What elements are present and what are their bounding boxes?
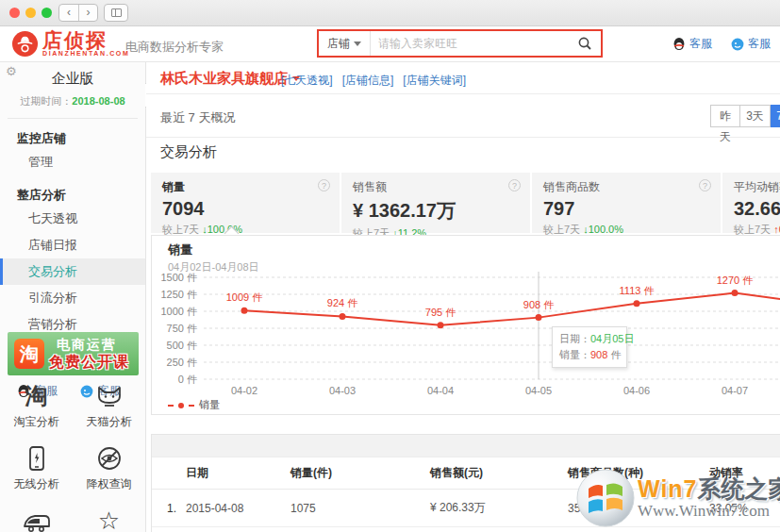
search-button[interactable] <box>569 31 601 56</box>
overview-bar: 最近 7 天概况 昨天 3天 7天 <box>146 94 780 138</box>
zoom-window-button[interactable] <box>41 8 52 18</box>
data-point[interactable] <box>241 308 248 314</box>
x-axis-tick: 04-06 <box>623 385 650 396</box>
taobao-icon: 淘 <box>25 381 48 409</box>
qq-icon <box>672 37 686 51</box>
minimize-window-button[interactable] <box>25 8 36 18</box>
search-input[interactable] <box>371 31 569 56</box>
shop-name-dropdown[interactable]: 林氏木业家具旗舰店 <box>160 70 300 88</box>
data-point[interactable] <box>634 300 640 307</box>
data-point-label: 1113 件 <box>620 285 655 296</box>
sidebar-item-manage[interactable]: 管理 <box>0 149 145 175</box>
header-support-links: 客服 客服 <box>672 36 771 52</box>
tool-grid: 淘 淘宝分析 天猫分析 <box>0 381 146 532</box>
tool-tmall-analysis[interactable]: 天猫分析 <box>73 381 145 430</box>
forward-button[interactable]: › <box>78 5 97 21</box>
stat-label: 销售额 <box>353 179 519 195</box>
chevron-down-icon <box>354 42 361 46</box>
tooltip-date: 04月05日 <box>590 333 634 344</box>
range-7day-button[interactable]: 7天 <box>771 105 780 127</box>
support-label: 客服 <box>748 36 771 52</box>
date-range-buttons: 昨天 3天 7天 <box>710 105 780 127</box>
sales-line-chart[interactable]: 1500 件1250 件1000 件750 件500 件250 件0 件1009… <box>152 236 780 398</box>
data-point-label: 908 件 <box>523 299 554 310</box>
sidebar-section-monitor: 监控店铺 <box>0 119 145 149</box>
chart-tooltip: 日期：04月05日 销量：908 件 <box>552 326 627 368</box>
tooltip-value: 908 <box>590 349 607 360</box>
range-3day-button[interactable]: 3天 <box>740 105 771 127</box>
expiry-date: 2018-08-08 <box>72 95 124 107</box>
legend-marker <box>168 405 174 407</box>
stat-card-sales-volume[interactable]: 销量 7094 较上7天 ↓100.0% ? <box>151 173 340 233</box>
gear-icon[interactable]: ⚙ <box>6 64 17 78</box>
help-icon[interactable]: ? <box>318 179 330 191</box>
taobao-course-banner[interactable]: 淘 电商运营 免费公开课 <box>8 332 139 375</box>
stat-cards: 销量 7094 较上7天 ↓100.0% ? 销售额 ¥ 1362.17万 较上… <box>151 173 780 233</box>
link-shop-keywords[interactable]: [店铺关键词] <box>403 73 466 89</box>
logo-domain: DIANZHENTAN.COM <box>42 50 129 57</box>
wangwang-support-link[interactable]: 客服 <box>731 36 771 52</box>
cell-date: 2015-04-08 <box>186 502 290 515</box>
sidebar-item-transaction-analysis[interactable]: 交易分析 <box>0 258 145 285</box>
back-button[interactable]: ‹ <box>59 5 78 21</box>
support-label: 客服 <box>689 36 712 52</box>
stat-label: 销售商品数 <box>543 179 709 195</box>
data-point-label: 795 件 <box>425 307 456 318</box>
close-window-button[interactable] <box>9 8 20 18</box>
x-axis-tick: 04-02 <box>231 385 257 396</box>
tool-taobao-analysis[interactable]: 淘 淘宝分析 <box>0 381 73 430</box>
tool-label: 降权查询 <box>87 476 132 492</box>
tool-wireless-analysis[interactable]: 无线分析 <box>0 443 73 492</box>
shop-name: 林氏木业家具旗舰店 <box>160 70 288 88</box>
sidebar-item-seven-day[interactable]: 七天透视 <box>0 206 145 232</box>
tool-shop-dsr[interactable]: ☆ 店铺DSR <box>73 506 145 532</box>
plan-version-label: 企业版 <box>0 62 145 88</box>
legend-marker <box>189 405 194 407</box>
data-point[interactable] <box>536 314 542 321</box>
tool-label: 淘宝分析 <box>14 414 59 430</box>
search-category-dropdown[interactable]: 店铺 <box>319 31 371 56</box>
stat-value: 797 <box>543 198 709 220</box>
watermark-url: Www.Winwin7.com <box>638 502 780 521</box>
tool-zhitongche-promotion[interactable]: 直通车推广 <box>0 506 73 532</box>
data-point-label: 1270 件 <box>717 274 754 286</box>
data-point-label: 924 件 <box>327 297 357 308</box>
stat-label: 平均动销率 <box>734 179 780 195</box>
search-icon <box>577 36 592 51</box>
data-point[interactable] <box>438 322 444 328</box>
sidebar-item-traffic-analysis[interactable]: 引流分析 <box>0 285 145 311</box>
y-axis-tick: 1500 件 <box>160 272 197 283</box>
nav-button-group: ‹› <box>58 4 98 22</box>
tool-demotion-query[interactable]: 降权查询 <box>73 443 145 492</box>
row-index: 1. <box>152 502 186 515</box>
chart-legend[interactable]: 销量 <box>168 398 220 412</box>
data-point-label: 1009 件 <box>226 291 263 303</box>
y-axis-tick: 1000 件 <box>160 306 197 317</box>
stat-value: ¥ 1362.17万 <box>353 198 519 224</box>
tool-label: 无线分析 <box>14 476 59 492</box>
tmall-cat-icon <box>95 381 124 409</box>
stat-card-product-count[interactable]: 销售商品数 797 较上7天 ↓100.0% ? <box>532 173 721 233</box>
logo[interactable]: 店侦探 DIANZHENTAN.COM <box>11 30 129 58</box>
watermark-brand-en: Win7 <box>638 475 698 502</box>
legend-label: 销量 <box>199 398 220 412</box>
data-point[interactable] <box>732 290 739 296</box>
link-seven-day[interactable]: [七天透视] <box>281 73 333 89</box>
search-bar: 店铺 <box>317 29 603 58</box>
train-icon <box>22 506 52 532</box>
stat-card-sell-through-rate[interactable]: 平均动销率 32.66% 较上7天 ↑0.7% <box>722 173 780 233</box>
help-icon[interactable]: ? <box>699 179 711 191</box>
mobile-icon <box>27 443 46 472</box>
sidebar-toggle-button[interactable] <box>104 4 128 22</box>
y-axis-tick: 1250 件 <box>160 289 197 300</box>
overview-label: 最近 7 天概况 <box>160 109 235 126</box>
sales-chart-card: 销量 04月02日-04月08日 1500 件1250 件1000 件750 件… <box>151 235 780 415</box>
range-yesterday-button[interactable]: 昨天 <box>710 105 740 127</box>
link-shop-info[interactable]: [店铺信息] <box>342 73 394 89</box>
help-icon[interactable]: ? <box>508 179 521 191</box>
star-icon: ☆ <box>98 506 120 532</box>
stat-card-sales-amount[interactable]: 销售额 ¥ 1362.17万 较上7天 ↓11.2% ? <box>341 173 530 233</box>
qq-support-link[interactable]: 客服 <box>672 36 712 52</box>
sidebar-item-daily-report[interactable]: 店铺日报 <box>0 232 145 258</box>
data-point[interactable] <box>340 313 346 320</box>
